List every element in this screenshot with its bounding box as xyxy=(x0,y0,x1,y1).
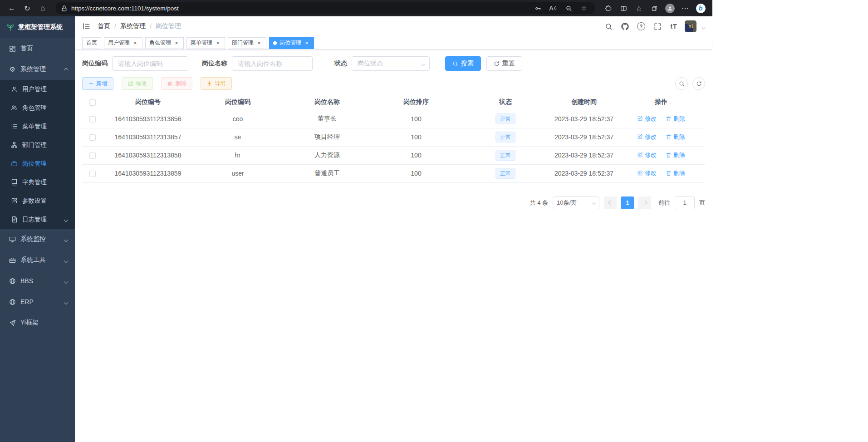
reset-button-label: 重置 xyxy=(502,59,515,68)
favorites-icon[interactable]: ☆ xyxy=(632,2,646,15)
row-edit-link[interactable]: 修改 xyxy=(637,133,657,141)
row-checkbox[interactable] xyxy=(89,152,96,159)
cell-post-code: se xyxy=(193,128,282,146)
row-edit-link[interactable]: 修改 xyxy=(637,115,657,123)
cell-post-name: 普通员工 xyxy=(282,164,372,182)
tab-label: 部门管理 xyxy=(232,39,254,47)
add-button[interactable]: 新增 xyxy=(82,77,113,90)
sound-waves-icon xyxy=(554,5,557,11)
tab-role-management[interactable]: 角色管理 × xyxy=(145,37,184,49)
header-search-icon[interactable] xyxy=(603,21,614,32)
row-delete-link[interactable]: 删除 xyxy=(666,115,685,123)
sidebar-item-user-management[interactable]: 用户管理 xyxy=(0,80,75,98)
password-key-icon[interactable] xyxy=(532,3,544,13)
sidebar-item-post-management[interactable]: 岗位管理 xyxy=(0,154,75,173)
extensions-icon[interactable] xyxy=(601,2,615,15)
address-bar[interactable]: https://ccnetcore.com:1101/system/post A… xyxy=(55,2,595,14)
user-avatar[interactable]: Yi xyxy=(685,20,696,32)
row-edit-link[interactable]: 修改 xyxy=(637,151,657,159)
breadcrumb-system[interactable]: 系统管理 xyxy=(120,22,146,30)
status-select[interactable]: 岗位状态 xyxy=(352,56,430,71)
refresh-table-icon[interactable] xyxy=(692,77,705,90)
pagination-total: 共 4 条 xyxy=(530,199,548,207)
sidebar-item-menu-management[interactable]: 菜单管理 xyxy=(0,117,75,136)
close-icon[interactable]: × xyxy=(132,40,138,46)
export-button[interactable]: 导出 xyxy=(201,77,232,90)
browser-home-icon[interactable]: ⌂ xyxy=(35,2,50,15)
row-edit-link[interactable]: 修改 xyxy=(637,169,657,177)
search-button[interactable]: 搜索 xyxy=(445,56,481,71)
copilot-icon[interactable]: b xyxy=(693,2,708,15)
sidebar-item-system-management[interactable]: ⚙ 系统管理 xyxy=(0,59,75,80)
sidebar-item-system-monitor[interactable]: 系统监控 xyxy=(0,229,75,250)
sidebar-item-system-tools[interactable]: 系统工具 xyxy=(0,250,75,270)
close-icon[interactable]: × xyxy=(256,40,262,46)
page-number-1[interactable]: 1 xyxy=(621,196,634,209)
row-checkbox[interactable] xyxy=(89,171,96,177)
more-icon[interactable]: ⋯ xyxy=(678,2,692,15)
edit-square-icon xyxy=(11,197,18,204)
sidebar-item-home[interactable]: 首页 xyxy=(0,38,75,59)
github-icon[interactable] xyxy=(619,21,630,32)
pagination: 共 4 条 10条/页 1 前往 页 xyxy=(82,196,705,209)
read-aloud-icon[interactable]: A xyxy=(547,3,559,13)
col-status: 状态 xyxy=(460,94,551,110)
reset-button[interactable]: 重置 xyxy=(486,56,522,71)
status-select-placeholder: 岗位状态 xyxy=(358,59,383,68)
tab-menu-management[interactable]: 菜单管理 × xyxy=(186,37,225,49)
sidebar-item-bbs[interactable]: BBS xyxy=(0,270,75,291)
close-icon[interactable]: × xyxy=(215,40,221,46)
cell-post-code: ceo xyxy=(193,110,282,128)
zoom-out-icon[interactable] xyxy=(563,3,574,13)
select-all-checkbox[interactable] xyxy=(89,99,96,106)
goto-page-input[interactable] xyxy=(675,196,695,209)
back-icon[interactable]: ← xyxy=(5,2,19,15)
sidebar-item-label: 系统管理 xyxy=(20,65,46,74)
app-logo[interactable]: 意框架管理系统 xyxy=(0,16,75,38)
next-page-button[interactable] xyxy=(638,196,651,209)
row-delete-link[interactable]: 删除 xyxy=(666,169,685,177)
row-checkbox[interactable] xyxy=(89,116,96,123)
post-name-input[interactable] xyxy=(232,56,313,71)
sidebar-item-dict-management[interactable]: 字典管理 xyxy=(0,173,75,192)
sidebar-item-log-management[interactable]: 日志管理 xyxy=(0,210,75,229)
avatar-caret-icon[interactable] xyxy=(702,22,705,30)
help-icon[interactable]: ? xyxy=(636,21,647,32)
sidebar-item-erp[interactable]: ERP xyxy=(0,291,75,312)
close-icon[interactable]: × xyxy=(173,40,180,46)
fullscreen-icon[interactable] xyxy=(652,21,663,32)
tab-post-management[interactable]: 岗位管理 × xyxy=(269,37,314,49)
reload-icon[interactable]: ↻ xyxy=(20,2,34,15)
sidebar-item-param-settings[interactable]: 参数设置 xyxy=(0,192,75,210)
favorite-add-icon[interactable]: ☆ xyxy=(578,3,590,13)
sidebar-toggle-icon[interactable] xyxy=(82,22,90,30)
cell-post-name: 项目经理 xyxy=(282,128,372,146)
screenshot: ← ↻ ⌂ https://ccnetcore.com:1101/system/… xyxy=(0,0,868,442)
sidebar-item-yi-framework[interactable]: Yi框架 xyxy=(0,312,75,333)
row-checkbox[interactable] xyxy=(89,134,96,141)
sidebar-item-dept-management[interactable]: 部门管理 xyxy=(0,136,75,154)
tab-user-management[interactable]: 用户管理 × xyxy=(104,37,142,49)
tab-home[interactable]: 首页 xyxy=(82,37,101,49)
row-delete-link[interactable]: 删除 xyxy=(666,133,685,141)
sidebar-item-label: 岗位管理 xyxy=(22,160,47,168)
post-code-input[interactable] xyxy=(112,56,188,71)
table-row: 1641030593112313859 user 普通员工 100 正常 202… xyxy=(82,164,705,182)
delete-button[interactable]: 删除 xyxy=(161,77,192,90)
collections-icon[interactable] xyxy=(647,2,662,15)
row-delete-link[interactable]: 删除 xyxy=(666,151,685,159)
tab-dept-management[interactable]: 部门管理 × xyxy=(228,37,266,49)
prev-page-button[interactable] xyxy=(604,196,617,209)
breadcrumb-home[interactable]: 首页 xyxy=(98,22,110,30)
edit-button[interactable]: 修改 xyxy=(122,77,153,90)
split-screen-icon[interactable] xyxy=(616,2,631,15)
toggle-search-icon[interactable] xyxy=(675,77,688,90)
system-management-submenu: 用户管理 角色管理 菜单管理 部门管理 xyxy=(0,80,75,229)
chevron-down-icon xyxy=(64,236,68,243)
page-size-select[interactable]: 10条/页 xyxy=(553,196,599,209)
sidebar-item-role-management[interactable]: 角色管理 xyxy=(0,98,75,117)
close-icon[interactable]: × xyxy=(304,40,310,46)
navbar: 首页 / 系统管理 / 岗位管理 ? xyxy=(75,16,712,36)
text-size-icon[interactable]: tT xyxy=(668,21,679,32)
browser-profile-icon[interactable] xyxy=(662,2,677,15)
